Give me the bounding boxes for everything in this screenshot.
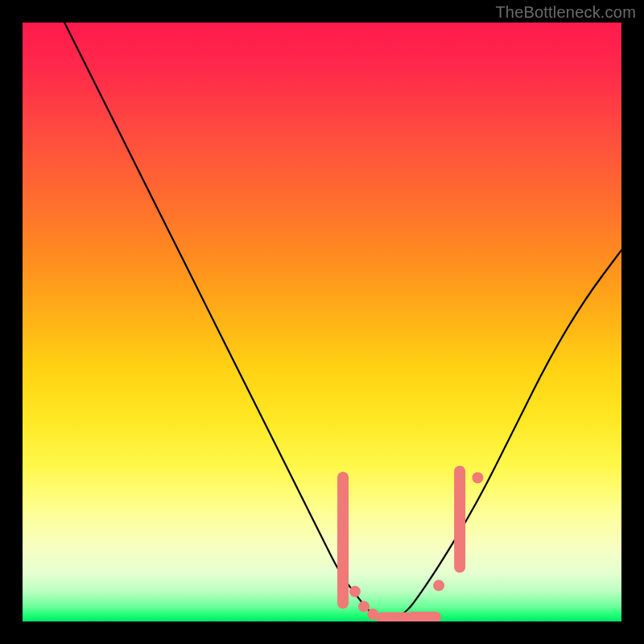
chart-stage: TheBottleneck.com bbox=[0, 0, 644, 644]
bottom-band-2 bbox=[406, 612, 441, 621]
left-dot-1 bbox=[349, 586, 361, 597]
watermark-text: TheBottleneck.com bbox=[495, 3, 636, 22]
left-band-marker bbox=[337, 472, 349, 609]
right-band-marker bbox=[454, 466, 465, 573]
right-dot-2 bbox=[472, 472, 483, 483]
right-dot-1 bbox=[433, 580, 444, 591]
plot-area bbox=[23, 23, 621, 621]
curve-layer bbox=[23, 23, 621, 621]
left-dot-2 bbox=[358, 601, 369, 612]
